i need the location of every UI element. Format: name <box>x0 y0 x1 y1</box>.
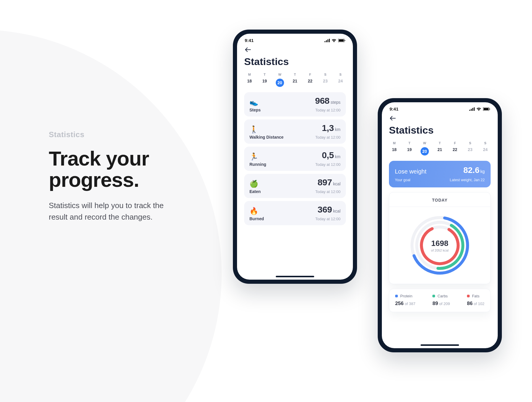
macro-protein: Protein 256of 387 <box>395 294 416 307</box>
stat-icon: 👟 <box>249 99 258 106</box>
day-column[interactable]: W20 <box>275 73 285 87</box>
stat-value: 369 <box>318 205 332 214</box>
day-number: 24 <box>483 147 488 152</box>
stat-label: Steps <box>249 108 261 112</box>
home-indicator[interactable] <box>276 276 314 277</box>
macro-of: of 102 <box>474 302 484 306</box>
stat-card[interactable]: 🔥369kcalBurnedToday at 12:00 <box>244 201 346 225</box>
stat-card[interactable]: 🚶1,3kmWalking DistanceToday at 12:00 <box>244 119 346 144</box>
stat-card[interactable]: 👟968stepsStepsToday at 12:00 <box>244 92 346 116</box>
goal-meta: Latest weight, Jan 22 <box>450 178 485 182</box>
arrow-left-icon <box>389 114 397 122</box>
stat-label: Walking Distance <box>249 135 283 140</box>
day-letter: W <box>423 141 426 145</box>
stat-label: Burned <box>249 216 264 221</box>
day-column[interactable]: T21 <box>290 73 300 87</box>
cellular-icon <box>469 107 475 111</box>
stat-icon: 🏃 <box>249 153 258 160</box>
status-icons <box>325 39 345 42</box>
wifi-icon <box>332 39 336 42</box>
macro-carbs: Carbs 89of 209 <box>432 294 450 307</box>
stat-unit: steps <box>331 100 340 105</box>
svg-rect-3 <box>329 39 330 42</box>
day-number: 20 <box>421 147 429 155</box>
day-column[interactable]: T19 <box>404 141 415 155</box>
phone-mockup-stats-today: 9:41 Statistics M18T19W20T21F22S23S24 Lo… <box>378 98 502 352</box>
arrow-left-icon <box>244 46 252 54</box>
stat-time: Today at 12:00 <box>315 189 340 194</box>
day-number: 22 <box>453 147 458 152</box>
day-number: 22 <box>308 79 313 83</box>
day-letter: W <box>278 73 281 76</box>
status-bar: 9:41 <box>237 34 353 44</box>
day-column[interactable]: S24 <box>480 141 491 155</box>
day-column[interactable]: T19 <box>259 73 270 87</box>
day-number: 19 <box>407 147 412 152</box>
week-selector: M18T19W20T21F22S23S24 <box>389 141 491 155</box>
goal-weight-wrap: 82.6kg <box>463 166 485 175</box>
day-number: 24 <box>338 79 343 83</box>
svg-rect-0 <box>325 41 325 42</box>
stat-label: Eaten <box>249 189 261 194</box>
stat-icon: 🍏 <box>249 180 258 187</box>
page-title: Statistics <box>244 56 346 67</box>
svg-rect-8 <box>471 109 472 111</box>
goal-card[interactable]: Lose weight 82.6kg Your goal Latest weig… <box>389 161 491 187</box>
wifi-icon <box>476 107 481 111</box>
day-number: 18 <box>392 147 397 152</box>
home-indicator[interactable] <box>421 344 459 346</box>
stat-card[interactable]: 🏃0,5kmRunningToday at 12:00 <box>244 147 346 171</box>
day-column[interactable]: M18 <box>244 73 255 87</box>
macro-label: Protein <box>400 294 412 298</box>
week-selector: M18T19W20T21F22S23S24 <box>244 73 346 87</box>
fats-dot-icon <box>467 295 470 297</box>
day-number: 19 <box>262 79 267 83</box>
day-column[interactable]: F22 <box>450 141 460 155</box>
day-letter: F <box>454 141 456 145</box>
day-column[interactable]: W20 <box>419 141 430 155</box>
day-column[interactable]: F22 <box>305 73 315 87</box>
day-number: 18 <box>247 79 252 83</box>
stat-time: Today at 12:00 <box>315 217 340 221</box>
day-column[interactable]: M18 <box>389 141 400 155</box>
day-letter: T <box>439 141 441 145</box>
donut-subtext: of 2052 kcal <box>431 249 448 252</box>
stat-unit: kcal <box>333 209 340 213</box>
macros-card: Protein 256of 387 Carbs 89of 209 Fats 86… <box>389 289 491 312</box>
macro-value: 256 <box>395 301 403 306</box>
status-time: 9:41 <box>245 38 254 43</box>
macro-value: 86 <box>467 301 473 306</box>
phone-screen: 9:41 Statistics M18T19W20T21F22S23S24 👟9… <box>237 34 353 280</box>
cellular-icon <box>325 39 330 42</box>
day-column[interactable]: T21 <box>434 141 445 155</box>
svg-rect-5 <box>339 39 344 42</box>
stat-value-wrap: 369kcal <box>318 205 340 215</box>
day-letter: T <box>264 73 266 76</box>
today-card: TODAY 1698 of 2052 kcal <box>389 192 491 284</box>
status-bar: 9:41 <box>382 102 498 113</box>
stat-value-wrap: 0,5km <box>322 150 340 160</box>
phone-screen: 9:41 Statistics M18T19W20T21F22S23S24 Lo… <box>382 102 498 348</box>
carbs-dot-icon <box>432 295 435 297</box>
day-number: 23 <box>468 147 473 152</box>
day-column[interactable]: S23 <box>465 141 476 155</box>
stat-value: 897 <box>318 177 332 187</box>
macro-fats: Fats 86of 102 <box>467 294 484 307</box>
day-letter: T <box>294 73 296 76</box>
day-number: 23 <box>323 79 328 83</box>
stat-unit: kcal <box>333 181 340 186</box>
svg-rect-13 <box>489 108 490 110</box>
svg-rect-9 <box>472 108 473 111</box>
day-column[interactable]: S24 <box>335 73 346 87</box>
today-header: TODAY <box>389 198 490 207</box>
svg-rect-12 <box>484 108 489 110</box>
back-button[interactable] <box>389 114 397 122</box>
stat-time: Today at 12:00 <box>315 108 340 112</box>
day-letter: S <box>469 141 471 145</box>
stat-label: Running <box>249 162 266 167</box>
back-button[interactable] <box>244 46 252 54</box>
goal-weight: 82.6 <box>463 166 480 175</box>
status-icons <box>469 107 490 111</box>
day-column[interactable]: S23 <box>320 73 331 87</box>
stat-card[interactable]: 🍏897kcalEatenToday at 12:00 <box>244 174 346 198</box>
